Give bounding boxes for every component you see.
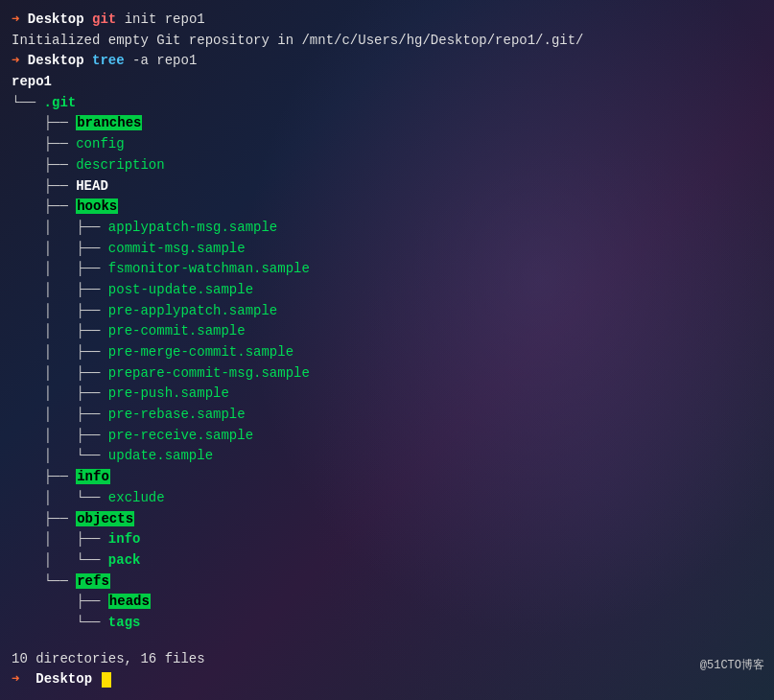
refs-dir: refs [76, 573, 110, 589]
pre-merge-file: pre-merge-commit.sample [108, 344, 293, 360]
connector: └── [12, 95, 44, 110]
post-update-file: post-update.sample [108, 282, 253, 297]
tree-branches: ├── branches [12, 113, 762, 134]
heads-dir: heads [108, 594, 151, 609]
tree-git: └── .git [12, 93, 762, 114]
pre-receive-file: pre-receive.sample [108, 428, 253, 443]
pre-commit-file: pre-commit.sample [108, 323, 246, 338]
tree-info: ├── info [12, 467, 762, 488]
tree-objects-info: │ ├── info [12, 529, 762, 550]
init-msg: Initialized empty Git repository in /mnt… [12, 33, 584, 48]
objects-info-dir: info [108, 531, 141, 547]
connector: │ ├── [12, 365, 108, 381]
tree-exclude: │ └── exclude [12, 488, 762, 509]
dir-2: Desktop [28, 53, 92, 68]
connector: │ ├── [12, 261, 108, 276]
commit-msg-file: commit-msg.sample [108, 241, 246, 256]
prepare-commit-file: prepare-commit-msg.sample [108, 365, 310, 381]
tree-pre-merge: │ ├── pre-merge-commit.sample [12, 342, 762, 363]
line-3: ➜ Desktop tree -a repo1 [12, 51, 762, 72]
connector: │ ├── [12, 220, 108, 235]
tree-pre-receive: │ ├── pre-receive.sample [12, 426, 762, 447]
tree-pre-push: │ ├── pre-push.sample [12, 384, 762, 405]
tree-pre-commit: │ ├── pre-commit.sample [12, 321, 762, 342]
cmd-git: git [92, 12, 116, 27]
dir-final: Desktop [28, 671, 101, 687]
summary-text: 10 directories, 16 files [12, 651, 205, 666]
tree-config: ├── config [12, 134, 762, 155]
tags-dir: tags [108, 615, 141, 630]
connector: │ ├── [12, 385, 108, 401]
connector: │ └── [12, 552, 108, 568]
connector: ├── [12, 136, 76, 152]
terminal-window: ➜ Desktop git init repo1 Initialized emp… [0, 0, 774, 700]
connector: │ └── [12, 490, 108, 505]
cmd-tree: tree [92, 53, 125, 68]
tree-root: repo1 [12, 74, 52, 89]
line-2: Initialized empty Git repository in /mnt… [12, 31, 762, 52]
connector: ├── [12, 157, 76, 173]
final-prompt: ➜ Desktop [12, 669, 762, 690]
tree-hooks: ├── hooks [12, 197, 762, 218]
connector: ├── [12, 198, 76, 214]
branches-dir: branches [76, 115, 142, 130]
connector: └── [12, 615, 108, 630]
applypatch-file: applypatch-msg.sample [108, 220, 277, 235]
tree-pre-rebase: │ ├── pre-rebase.sample [12, 405, 762, 426]
tree-commit-msg: │ ├── commit-msg.sample [12, 239, 762, 260]
tree-fsmonitor: │ ├── fsmonitor-watchman.sample [12, 259, 762, 280]
watermark: @51CTO博客 [700, 657, 764, 673]
info-dir: info [76, 469, 110, 484]
tree-prepare-commit: │ ├── prepare-commit-msg.sample [12, 363, 762, 385]
connector: ├── [12, 115, 76, 130]
tree-post-update: │ ├── post-update.sample [12, 280, 762, 301]
tree-objects: ├── objects [12, 509, 762, 530]
args-2: -a repo1 [125, 53, 198, 68]
arrow-1: ➜ [12, 12, 28, 27]
description-file: description [76, 157, 164, 173]
tree-applypatch: │ ├── applypatch-msg.sample [12, 218, 762, 239]
connector: │ ├── [12, 282, 108, 297]
connector: │ ├── [12, 428, 108, 443]
head-file: HEAD [76, 178, 108, 194]
fsmonitor-file: fsmonitor-watchman.sample [108, 261, 310, 276]
connector: ├── [12, 511, 76, 526]
pre-rebase-file: pre-rebase.sample [108, 407, 246, 422]
connector: │ └── [12, 448, 108, 463]
arrow-2: ➜ [12, 53, 28, 68]
connector: │ ├── [12, 531, 108, 547]
arrow-final: ➜ [12, 671, 28, 687]
pre-applypatch-file: pre-applypatch.sample [108, 303, 277, 318]
line-1: ➜ Desktop git init repo1 [12, 10, 762, 31]
pack-dir: pack [108, 552, 141, 568]
tree-head: ├── HEAD [12, 176, 762, 198]
dir-1: Desktop [28, 12, 92, 27]
connector: ├── [12, 178, 76, 194]
tree-tags: └── tags [12, 613, 762, 634]
connector: │ ├── [12, 241, 108, 256]
connector: │ ├── [12, 303, 108, 318]
objects-dir: objects [76, 511, 134, 526]
cursor [102, 672, 111, 688]
tree-update: │ └── update.sample [12, 446, 762, 467]
tree-description: ├── description [12, 155, 762, 176]
tree-pack: │ └── pack [12, 550, 762, 572]
summary-line: 10 directories, 16 files [12, 649, 762, 670]
connector: │ ├── [12, 323, 108, 338]
exclude-file: exclude [108, 490, 165, 505]
config-file: config [76, 136, 124, 152]
update-file: update.sample [108, 448, 213, 463]
connector: │ ├── [12, 344, 108, 360]
connector: ├── [12, 594, 108, 609]
pre-push-file: pre-push.sample [108, 385, 229, 401]
tree-heads: ├── heads [12, 592, 762, 613]
git-dir: .git [44, 95, 77, 110]
connector: ├── [12, 469, 76, 484]
tree-repo1: repo1 [12, 72, 762, 93]
tree-pre-applypatch: │ ├── pre-applypatch.sample [12, 301, 762, 322]
tree-refs: └── refs [12, 572, 762, 593]
connector: │ ├── [12, 407, 108, 422]
connector: └── [12, 573, 76, 589]
hooks-dir: hooks [76, 198, 118, 214]
args-1: init repo1 [116, 12, 204, 27]
